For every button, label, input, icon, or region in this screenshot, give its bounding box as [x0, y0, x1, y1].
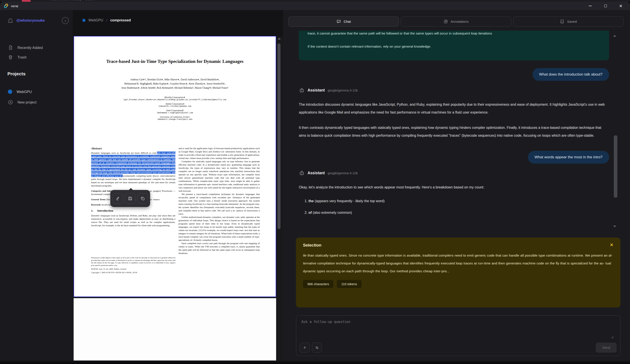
list-item: of (also extremely common)	[308, 209, 609, 216]
chat-bubble-icon	[336, 19, 341, 24]
abstract-paragraph: Dynamic languages such as JavaScript are…	[91, 151, 176, 187]
document-panel: WebGPU / compressed Trace-based Just-in-…	[73, 10, 283, 362]
highlighter-button[interactable]	[112, 193, 123, 204]
chat-scroll-up-arrow[interactable]	[613, 35, 616, 37]
abstract-heading: Abstract	[91, 147, 176, 150]
background-window-title: Babel Mario Galaxy + Babel	[51, 0, 94, 1]
sidebar-item-recently-added[interactable]: Recently Added	[0, 43, 73, 52]
chat-scroll-down-arrow[interactable]	[613, 226, 616, 227]
assistant-model: google/gemma-3-12b	[328, 89, 358, 92]
token-count-badge: 110 tokens	[337, 280, 361, 288]
chat-scrollbar-thumb[interactable]	[614, 135, 617, 198]
background-window-tab	[22, 0, 30, 2]
titlebar: nerai ✕	[0, 2, 630, 10]
pdf-paper-title: Trace-based Just-in-Time Type Specializa…	[74, 58, 276, 65]
system-message: trace, it cannot guarantee that the same…	[299, 30, 609, 60]
breadcrumb: WebGPU / compressed	[82, 18, 131, 22]
robot-icon	[299, 87, 305, 93]
send-button[interactable]: Send	[596, 343, 617, 353]
sidebar-item-label: Recently Added	[18, 46, 43, 50]
pdf-scroll-up-arrow[interactable]	[278, 38, 281, 39]
assistant-name: Assistant	[308, 171, 325, 175]
close-icon[interactable]: ✕	[610, 243, 614, 247]
assistant-paragraph: Okay, let's analyze the introduction to …	[299, 183, 607, 191]
tab-label: Annotations	[451, 20, 468, 23]
plus-circle-icon	[8, 100, 13, 105]
breadcrumb-file[interactable]: compressed	[110, 18, 131, 22]
document-icon	[8, 45, 13, 50]
system-message-line: trace, it cannot guarantee that the same…	[308, 30, 600, 37]
assistant-name: Assistant	[308, 88, 325, 93]
tab-saved[interactable]: Saved	[513, 16, 624, 27]
tab-chat[interactable]: Chat	[288, 16, 399, 27]
conference-line: PLDI'09, June 15–20, 2009, Dublin, Irela…	[91, 268, 126, 270]
settings-sliders-button[interactable]	[312, 343, 322, 353]
tab-label: Chat	[344, 20, 351, 23]
system-message-line: If the context doesn't contain relevant …	[308, 43, 600, 50]
save-selection-button[interactable]	[125, 193, 136, 204]
pdf-affiliations: Mozilla Corporation∗ {gal,brendan,shaver…	[74, 96, 276, 122]
save-icon	[128, 196, 133, 201]
new-project-label: New project	[18, 100, 36, 104]
pdf-page-2	[74, 298, 276, 362]
chat-message-list: trace, it cannot guarantee that the same…	[283, 30, 630, 238]
selection-panel: Selection ✕ ile than statically typed on…	[296, 238, 620, 308]
selection-toolbar	[110, 190, 150, 207]
close-button[interactable]: ✕	[619, 4, 623, 8]
word-frequency-list: the (appears very frequently - likely th…	[299, 198, 609, 216]
ghost-avatar-icon	[8, 18, 13, 23]
copyright-line: Copyright © 2009 ACM 978-1-60558-392-1/0…	[91, 271, 176, 274]
assistant-paragraph: It then contrasts dynamically typed lang…	[299, 124, 607, 140]
pdf-page-1: Trace-based Just-in-Time Type Specializa…	[74, 36, 276, 297]
assistant-message: Assistant google/gemma-3-12b Okay, let's…	[299, 170, 609, 216]
composer: + Send	[296, 315, 620, 356]
sidebar-project-webgpu[interactable]: WebGPU	[0, 87, 73, 96]
window-controls: ✕	[588, 4, 626, 8]
introduction-paragraph: Dynamic languages such as JavaScript, Py…	[91, 214, 176, 227]
pdf-scrollbar-thumb[interactable]	[278, 43, 280, 229]
followup-input[interactable]	[296, 316, 620, 339]
tab-annotations[interactable]: Annotations	[401, 16, 511, 27]
projects-heading: Projects	[8, 71, 26, 76]
copy-icon	[140, 196, 145, 201]
robot-icon	[299, 170, 305, 176]
window-bottom-edge	[0, 361, 630, 362]
attach-button[interactable]: +	[300, 343, 310, 353]
copy-selection-button[interactable]	[138, 193, 148, 204]
highlighter-icon	[115, 196, 120, 201]
tab-label: Saved	[567, 20, 577, 23]
app-title: nerai	[11, 4, 18, 8]
list-item: the (appears very frequently - likely th…	[308, 198, 609, 204]
user-account-row[interactable]: @whoisryosuke ‹	[0, 16, 73, 25]
sliders-icon	[315, 346, 319, 350]
background-window-strip: Babel Mario Galaxy + Babel	[0, 0, 630, 2]
breadcrumb-project[interactable]: WebGPU	[88, 18, 103, 22]
breadcrumb-separator: /	[106, 18, 107, 22]
pdf-right-column: and is used for the application logic of…	[178, 147, 260, 283]
sidebar-item-trash[interactable]: Trash	[0, 52, 73, 62]
selected-text-highlight[interactable]: pile than statically typed ones. Since n…	[91, 152, 176, 177]
sidebar: @whoisryosuke ‹ Recently Added Trash Pro…	[0, 10, 73, 362]
sidebar-collapse-button[interactable]: ‹	[62, 17, 69, 24]
pdf-footer: Permission to make digital or hard copie…	[91, 257, 176, 274]
sidebar-new-project[interactable]: New project	[0, 97, 73, 107]
selection-title: Selection	[303, 243, 321, 248]
assistant-header: Assistant google/gemma-3-12b	[299, 87, 609, 93]
minimize-button[interactable]	[588, 4, 592, 8]
user-message: What words appear the most in the intro?	[528, 151, 609, 164]
project-dot-icon	[8, 89, 12, 94]
book-icon	[560, 19, 564, 24]
assistant-message: Assistant google/gemma-3-12b The introdu…	[299, 87, 609, 140]
introduction-heading: 1.Introduction	[91, 209, 176, 212]
maximize-button[interactable]	[603, 4, 608, 8]
assistant-header: Assistant google/gemma-3-12b	[299, 170, 609, 176]
trash-icon	[8, 55, 13, 60]
app-logo-icon	[4, 3, 9, 8]
chat-tabs: Chat Annotations Saved	[288, 16, 624, 27]
pdf-authors: Andreas Gal∗†, Brendan Eich∗, Mike Shave…	[74, 77, 276, 90]
project-label: WebGPU	[16, 90, 32, 94]
chat-panel: Chat Annotations Saved	[283, 10, 630, 362]
resize-grip-icon[interactable]	[611, 336, 614, 339]
character-count-badge: 566 characters	[303, 280, 333, 288]
pdf-viewport: Trace-based Just-in-Time Type Specializa…	[73, 36, 283, 362]
